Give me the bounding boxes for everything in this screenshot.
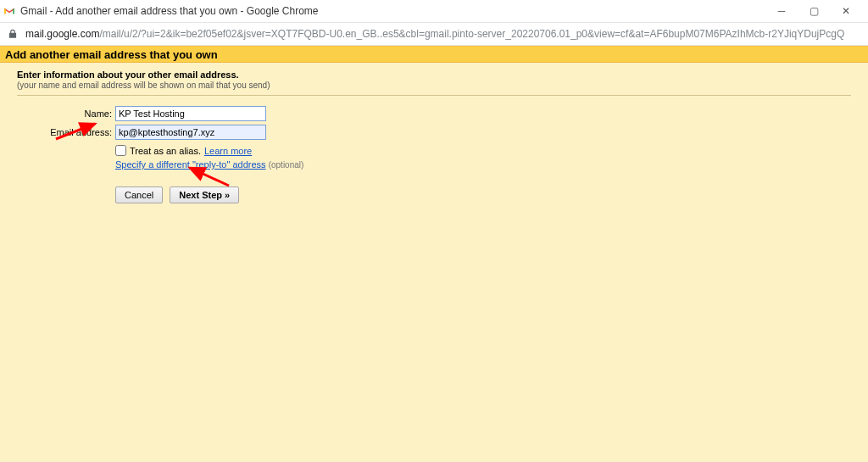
alias-checkbox[interactable] <box>115 145 126 156</box>
email-input[interactable] <box>115 125 266 140</box>
url-path: /mail/u/2/?ui=2&ik=be2f05ef02&jsver=XQT7… <box>99 28 844 40</box>
window-titlebar: Gmail - Add another email address that y… <box>0 0 868 22</box>
reply-to-optional: (optional) <box>269 160 304 170</box>
next-step-button[interactable]: Next Step » <box>170 186 239 203</box>
form-table: Name: Email address: Tr <box>17 104 303 171</box>
row-alias: Treat as an alias. Learn more Specify a … <box>17 142 303 171</box>
lock-icon <box>7 28 19 40</box>
reply-to-link[interactable]: Specify a different "reply-to" address <box>115 159 266 170</box>
email-label: Email address: <box>50 127 112 137</box>
alias-learn-more-link[interactable]: Learn more <box>204 146 252 156</box>
alias-label: Treat as an alias. <box>130 146 201 156</box>
row-name: Name: <box>17 104 303 123</box>
url-text: mail.google.com/mail/u/2/?ui=2&ik=be2f05… <box>25 28 844 40</box>
page-body: Add another email address that you own E… <box>0 46 868 462</box>
button-row: Cancel Next Step » <box>115 186 851 203</box>
window-maximize-button[interactable]: ▢ <box>798 3 829 19</box>
divider <box>17 95 851 96</box>
form-content: Enter information about your other email… <box>0 63 868 203</box>
name-label: Name: <box>85 109 112 119</box>
page-title: Add another email address that you own <box>5 48 218 61</box>
row-email: Email address: <box>17 123 303 142</box>
url-host: mail.google.com <box>25 28 99 40</box>
window-close-button[interactable]: ✕ <box>831 3 861 19</box>
cancel-button[interactable]: Cancel <box>115 186 163 203</box>
window-title: Gmail - Add another email address that y… <box>20 5 319 17</box>
intro-bold: Enter information about your other email… <box>17 70 851 80</box>
browser-address-bar[interactable]: mail.google.com/mail/u/2/?ui=2&ik=be2f05… <box>0 22 868 46</box>
name-input[interactable] <box>115 106 266 121</box>
window-minimize-button[interactable]: ─ <box>766 3 797 19</box>
page-title-bar: Add another email address that you own <box>0 46 868 63</box>
gmail-icon <box>3 5 15 17</box>
intro-sub: (your name and email address will be sho… <box>17 81 851 90</box>
